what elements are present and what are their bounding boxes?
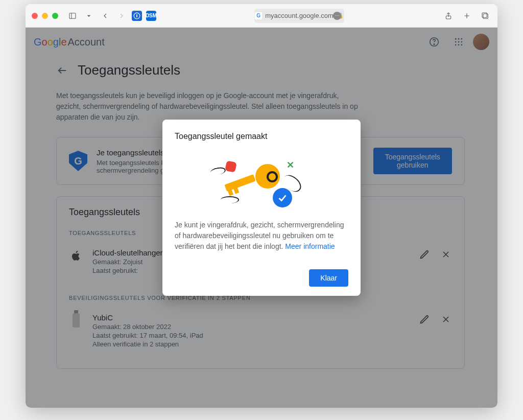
close-window-button[interactable] bbox=[32, 13, 38, 19]
browser-window: DSM G myaccount.google.com 🔒 ⋯ bbox=[26, 4, 497, 408]
content-viewport: Google Account Toegangss bbox=[26, 28, 497, 408]
svg-rect-0 bbox=[69, 13, 76, 18]
svg-rect-7 bbox=[483, 14, 488, 18]
sidebar-toggle-icon[interactable] bbox=[66, 10, 79, 22]
browser-toolbar: DSM G myaccount.google.com 🔒 ⋯ bbox=[26, 4, 497, 28]
minimize-window-button[interactable] bbox=[42, 13, 48, 19]
extension-dsm-icon[interactable]: DSM bbox=[146, 11, 156, 21]
passkey-created-dialog: Toegangssleutel gemaakt ✕ bbox=[162, 120, 361, 296]
decor-squiggle-icon bbox=[210, 167, 226, 176]
decor-blob-icon bbox=[225, 160, 237, 173]
tab-overview-icon[interactable] bbox=[479, 10, 491, 22]
dialog-illustration: ✕ bbox=[175, 151, 348, 207]
decor-sparkle-icon: ✕ bbox=[287, 159, 294, 171]
dialog-title: Toegangssleutel gemaakt bbox=[175, 132, 348, 141]
learn-more-link[interactable]: Meer informatie bbox=[285, 242, 335, 250]
extension-1password-icon[interactable] bbox=[132, 11, 142, 21]
dialog-confirm-button[interactable]: Klaar bbox=[309, 269, 348, 287]
back-button-icon[interactable] bbox=[99, 10, 111, 22]
url-host: myaccount.google.com bbox=[265, 12, 334, 19]
site-favicon-icon: G bbox=[255, 12, 262, 19]
checkmark-badge-icon bbox=[273, 188, 292, 207]
decor-squiggle-icon bbox=[221, 196, 239, 203]
svg-rect-8 bbox=[482, 13, 487, 17]
modal-scrim[interactable]: Toegangssleutel gemaakt ✕ bbox=[26, 28, 497, 408]
window-controls bbox=[32, 13, 58, 19]
forward-button-icon[interactable] bbox=[115, 10, 128, 22]
new-tab-icon[interactable] bbox=[461, 10, 473, 22]
svg-rect-3 bbox=[136, 14, 137, 17]
zoom-window-button[interactable] bbox=[52, 13, 58, 19]
share-icon[interactable] bbox=[442, 10, 455, 22]
toolbar-dropdown-icon[interactable] bbox=[83, 10, 95, 22]
page-settings-icon[interactable]: ⋯ bbox=[333, 12, 341, 20]
dialog-body-text: Je kunt je vingerafdruk, gezicht, scherm… bbox=[175, 220, 348, 252]
address-bar[interactable]: G myaccount.google.com 🔒 ⋯ bbox=[254, 9, 344, 23]
